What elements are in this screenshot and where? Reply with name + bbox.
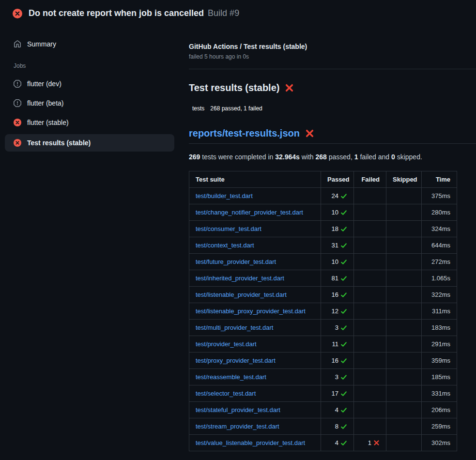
- passed-cell: 16: [321, 287, 354, 303]
- suite-link[interactable]: test/proxy_provider_test.dart: [196, 357, 276, 364]
- suite-link[interactable]: test/listenable_provider_test.dart: [196, 291, 287, 298]
- summary-segment: 269: [189, 153, 200, 161]
- failed-cell: [354, 221, 386, 237]
- suite-link[interactable]: test/builder_test.dart: [196, 192, 253, 199]
- suite-cell: test/inherited_provider_test.dart: [189, 270, 321, 287]
- check-icon: [340, 291, 347, 298]
- time-cell: 259ms: [422, 418, 457, 435]
- report-file-heading: reports/test-results.json: [189, 127, 476, 144]
- table-row: test/inherited_provider_test.dart811.065…: [189, 270, 457, 287]
- tests-badge-value: 268 passed, 1 failed: [207, 103, 266, 114]
- skipped-cell: [386, 435, 422, 451]
- test-results-table: Test suitePassedFailedSkippedTime test/b…: [189, 171, 457, 451]
- suite-link[interactable]: test/listenable_proxy_provider_test.dart: [196, 307, 306, 315]
- failed-cell: [354, 353, 386, 369]
- suite-cell: test/stream_provider_test.dart: [189, 418, 321, 435]
- suite-cell: test/context_test.dart: [189, 237, 321, 254]
- suite-link[interactable]: test/consumer_test.dart: [196, 225, 261, 232]
- check-icon: [340, 308, 347, 315]
- sidebar-item-summary[interactable]: Summary: [5, 36, 174, 52]
- count-with-icon: 16: [332, 357, 347, 364]
- skipped-cell: [386, 254, 422, 270]
- sidebar-item-job[interactable]: Test results (stable): [5, 134, 174, 152]
- suite-cell: test/selector_test.dart: [189, 385, 321, 402]
- summary-segment: 32.964s: [275, 153, 300, 161]
- jobs-section-label: Jobs: [14, 62, 174, 69]
- skipped-cell: [386, 385, 422, 402]
- table-row: test/listenable_provider_test.dart16322m…: [189, 287, 457, 303]
- check-icon: [340, 374, 347, 381]
- suite-link[interactable]: test/provider_test.dart: [196, 340, 257, 348]
- count-with-icon: 11: [332, 340, 348, 348]
- table-row: test/builder_test.dart24375ms: [189, 188, 457, 204]
- stop-icon: [14, 99, 21, 107]
- table-header: Test suitePassedFailedSkippedTime: [189, 171, 457, 188]
- failed-cell: [354, 254, 386, 270]
- suite-link[interactable]: test/stream_provider_test.dart: [196, 423, 279, 430]
- skipped-cell: [386, 369, 422, 385]
- suite-link[interactable]: test/value_listenable_provider_test.dart: [196, 439, 305, 446]
- passed-cell: 4: [321, 402, 354, 418]
- passed-cell: 10: [321, 254, 354, 270]
- sidebar-item-job[interactable]: flutter (stable): [5, 115, 174, 130]
- section-title-text: Test results (stable): [189, 82, 279, 93]
- suite-link[interactable]: test/stateful_provider_test.dart: [196, 406, 280, 414]
- failed-cell: [354, 270, 386, 287]
- failed-cell: [354, 287, 386, 303]
- time-cell: 311ms: [422, 303, 457, 320]
- column-header: Test suite: [189, 171, 321, 188]
- skipped-cell: [386, 303, 422, 320]
- time-cell: 359ms: [422, 353, 457, 369]
- time-cell: 331ms: [422, 385, 457, 402]
- time-cell: 1.065s: [422, 270, 457, 287]
- time-cell: 206ms: [422, 402, 457, 418]
- skipped-cell: [386, 402, 422, 418]
- suite-link[interactable]: test/context_test.dart: [196, 242, 254, 249]
- suite-link[interactable]: test/reassemble_test.dart: [196, 373, 266, 381]
- time-cell: 183ms: [422, 320, 457, 336]
- failed-cell: [354, 402, 386, 418]
- suite-link[interactable]: test/multi_provider_test.dart: [196, 324, 273, 331]
- count-with-icon: 10: [332, 258, 347, 265]
- failed-cell: [354, 320, 386, 336]
- build-number: Build #9: [208, 8, 239, 18]
- report-file-link[interactable]: reports/test-results.json: [189, 127, 300, 139]
- skipped-cell: [386, 221, 422, 237]
- sidebar-summary-label: Summary: [27, 40, 56, 48]
- failed-cell: [354, 204, 386, 221]
- table-row: test/change_notifier_provider_test.dart1…: [189, 204, 457, 221]
- check-icon: [340, 242, 347, 249]
- skipped-cell: [386, 287, 422, 303]
- suite-link[interactable]: test/future_provider_test.dart: [196, 258, 276, 265]
- sidebar-item-job[interactable]: flutter (beta): [5, 95, 174, 111]
- check-icon: [340, 390, 347, 397]
- time-cell: 302ms: [422, 435, 457, 451]
- suite-cell: test/listenable_proxy_provider_test.dart: [189, 303, 321, 320]
- skipped-cell: [386, 418, 422, 435]
- skipped-cell: [386, 204, 422, 221]
- suite-link[interactable]: test/inherited_provider_test.dart: [196, 275, 284, 282]
- count-with-icon: 18: [332, 225, 347, 232]
- table-row: test/provider_test.dart11291ms: [189, 336, 457, 353]
- passed-cell: 11: [321, 336, 354, 353]
- table-row: test/listenable_proxy_provider_test.dart…: [189, 303, 457, 320]
- column-header: Skipped: [386, 171, 422, 188]
- sidebar: Summary Jobs flutter (dev)flutter (beta)…: [0, 25, 189, 155]
- passed-cell: 81: [321, 270, 354, 287]
- passed-cell: 4: [321, 435, 354, 451]
- job-label: Test results (stable): [27, 139, 91, 147]
- suite-link[interactable]: test/selector_test.dart: [196, 390, 256, 397]
- table-header-row: Test suitePassedFailedSkippedTime: [189, 171, 457, 188]
- section-title: Test results (stable): [189, 82, 476, 93]
- report-summary: 269 tests were completed in 32.964s with…: [189, 153, 476, 161]
- check-icon: [340, 259, 347, 265]
- skipped-cell: [386, 336, 422, 353]
- check-icon: [340, 440, 347, 446]
- failed-x-icon: [305, 129, 314, 138]
- job-label: flutter (beta): [27, 99, 63, 107]
- sidebar-item-job[interactable]: flutter (dev): [5, 76, 174, 92]
- check-icon: [340, 341, 347, 348]
- count-with-icon: 24: [332, 192, 347, 199]
- suite-link[interactable]: test/change_notifier_provider_test.dart: [196, 209, 303, 216]
- check-icon: [340, 407, 347, 414]
